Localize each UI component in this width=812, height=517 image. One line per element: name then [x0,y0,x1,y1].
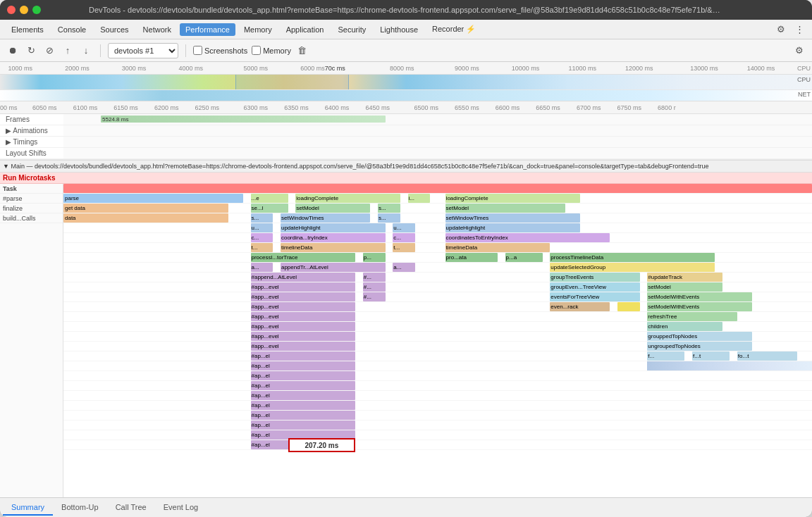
bar-apel-8: #ap...el [251,421,356,430]
bar-pa: p...a [505,253,543,262]
bar-a2: a... [393,263,415,272]
flame-row-last: #ap...el 207.20 ms [63,440,812,450]
menu-recorder[interactable]: Recorder ⚡ [426,23,481,36]
menu-memory[interactable]: Memory [238,23,278,36]
toolbar-right-gear: ⚙ [792,44,806,58]
bar-yellow [617,302,640,311]
memory-checkbox-label[interactable]: Memory [252,46,291,55]
reload-button[interactable]: ↻ [24,44,38,58]
download-button[interactable]: ↓ [79,44,93,58]
bar-append-atlevel: #append...AtLevel [251,273,356,282]
cpu-overview: CPU [0,75,812,90]
label-build-calls: build...Calls [0,213,63,223]
bar-appevel-7: #app...evel [251,342,356,351]
zoom-label-6400: 6400 ms [325,104,350,111]
flame-row-24: #ap...el [63,421,812,430]
selection-overlay [235,75,349,89]
menu-application[interactable]: Application [281,23,330,36]
bar-groupeven-tree: groupEven...TreeView [550,282,639,292]
screenshots-checkbox-label[interactable]: Screenshots [193,46,247,55]
devtools-window: DevTools - devtools://devtools/bundled/d… [0,0,812,517]
bar-s1: s... [378,204,400,213]
gear-button[interactable]: ⚙ [792,44,806,58]
menu-elements[interactable]: Elements [6,23,49,36]
settings-button[interactable]: ⚙ [774,23,788,37]
flame-row-17: #ap...el f... f...t fo...t [63,351,812,361]
menu-sources[interactable]: Sources [94,23,134,36]
maximize-button[interactable] [32,6,41,14]
bar-apel-5: #ap...el [251,391,356,400]
frames-bar: 5524.8 ms [101,116,386,123]
tab-summary[interactable]: Summary [3,500,53,516]
bar-eventrack: even...rack [550,302,610,311]
flame-chart-area: Task #parse finalize build...Calls parse… [0,184,812,497]
flame-row-6: t... timelineData t... timelineData [63,243,812,253]
menu-lighthouse[interactable]: Lighthouse [374,23,424,36]
zoom-label-6650: 6650 ms [536,104,560,111]
bar-hash: #... [363,273,386,282]
bar-s3: s... [378,213,400,223]
flame-row-4: u... updateHighlight u... updateHighligh… [63,223,812,233]
bar-hash-1: #... [363,282,386,292]
menu-console[interactable]: Console [52,23,92,36]
tab-event-log[interactable]: Event Log [155,500,207,516]
bar-u: u... [251,223,273,232]
bar-getdata: get data [63,204,228,213]
trash-button[interactable]: 🗑 [295,44,309,58]
flame-labels-col: Task #parse finalize build...Calls [0,184,63,497]
bar-p: p... [363,253,386,262]
memory-checkbox[interactable] [252,46,261,55]
cpu-right-label: CPU [797,76,811,83]
task-header: Run Microtasks [0,173,812,184]
timings-track: ▶ Timings [0,137,812,148]
overview-ruler: 1000 ms 2000 ms 3000 ms 4000 ms 5000 ms … [0,62,812,75]
clear-button[interactable]: ⊘ [42,44,56,58]
target-select[interactable]: devtools #1 [108,43,178,58]
highlight-value-box: 207.20 ms [288,438,356,452]
tab-call-tree[interactable]: Call Tree [107,500,155,516]
more-button[interactable]: ⋮ [792,23,806,37]
ruler-9000: 9000 ms [455,65,479,72]
cpu-label: CPU [797,65,811,72]
bar-appendtr: appendTr...AtLevel [281,263,386,272]
flame-row-5: c... coordina...tryIndex c... coordinate… [63,233,812,243]
tab-bottom-up[interactable]: Bottom-Up [53,500,107,516]
menu-network[interactable]: Network [137,23,177,36]
bar-c: c... [251,233,273,242]
record-button[interactable]: ⏺ [6,44,20,58]
minimize-button[interactable] [20,6,28,14]
zoom-label-0: 00 ms [0,104,18,111]
bar-groupped: grouppedTopNodes [647,332,752,341]
frames-track: Frames 5524.8 ms [0,114,812,125]
ruler-5000: 5000 ms [244,65,269,72]
bar-ft: f...t [692,351,730,361]
ruler-2000: 2000 ms [65,65,90,72]
flame-row-8: a... appendTr...AtLevel a... updateSelec… [63,263,812,273]
highlight-value: 207.20 ms [304,442,338,449]
net-bar [0,90,812,101]
bar-refreshtree: refreshTree [647,312,737,321]
bar-appevel-6: #app...evel [251,332,356,341]
menu-performance[interactable]: Performance [180,23,235,36]
bar-i: i... [408,194,431,203]
ruler-14000: 14000 ms [747,65,775,72]
menu-security[interactable]: Security [332,23,371,36]
bar-dense-right [647,361,812,370]
bar-loadingcomplete2: loadingComplete [445,194,580,203]
bar-apel-1: #ap...el [251,351,356,361]
bar-timelinedata1: timelineData [281,243,386,252]
bar-processl: processl...torTrace [251,253,356,262]
bar-appevel-1: #app...evel [251,282,356,292]
close-button[interactable] [7,6,16,14]
window-title: DevTools - devtools://devtools/bundled/d… [89,6,723,14]
flame-row-12: #app...evel even...rack setModelWithEven… [63,302,812,312]
screenshots-checkbox[interactable] [193,46,202,55]
bar-timelinedata2: timelineData [445,243,550,252]
label-parse: #parse [0,194,63,204]
upload-button[interactable]: ↑ [61,44,75,58]
flame-row-20: #ap...el [63,381,812,391]
zoom-label-6250: 6250 ms [195,104,219,111]
main-header-text: ▼ Main — devtools://devtools/bundled/dev… [3,163,708,170]
zoom-label-6550: 6550 ms [455,104,479,111]
zoom-label-6500: 6500 ms [414,104,439,111]
